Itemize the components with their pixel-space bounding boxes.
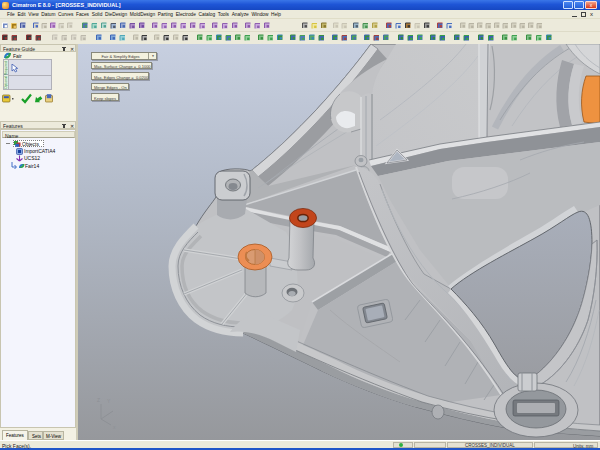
svg-text:Z: Z (97, 397, 100, 403)
